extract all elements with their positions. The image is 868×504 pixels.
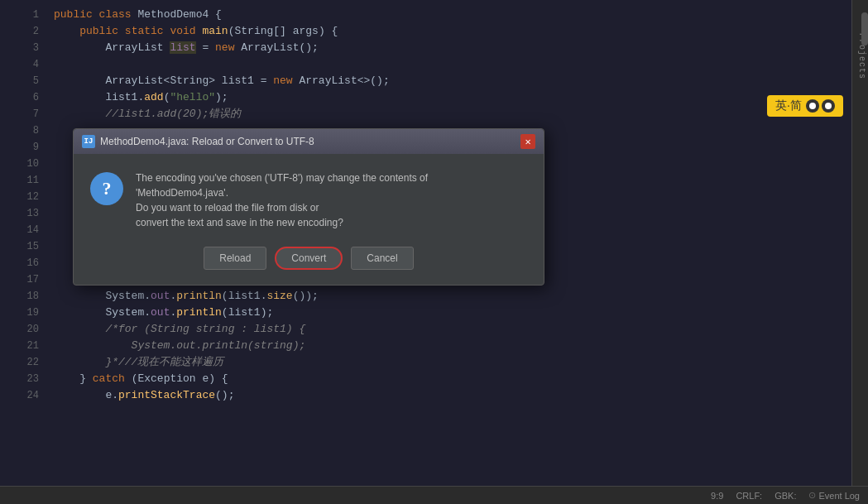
dialog-overlay: IJ MethodDemo4.java: Reload or Convert t… (0, 0, 868, 504)
dialog-body: ? The encoding you've chosen ('UTF-8') m… (74, 154, 544, 242)
dialog-title-left: IJ MethodDemo4.java: Reload or Convert t… (82, 135, 314, 148)
dialog-title-text: MethodDemo4.java: Reload or Convert to U… (100, 136, 314, 147)
reload-button[interactable]: Reload (204, 247, 266, 270)
dialog-titlebar: IJ MethodDemo4.java: Reload or Convert t… (74, 129, 544, 154)
convert-button[interactable]: Convert (275, 247, 343, 270)
cancel-button[interactable]: Cancel (351, 247, 413, 270)
dialog-box: IJ MethodDemo4.java: Reload or Convert t… (73, 128, 544, 286)
dialog-message-line4: convert the text and save in the new enc… (136, 215, 527, 230)
dialog-app-icon: IJ (82, 135, 95, 148)
dialog-message-line3: Do you want to reload the file from disk… (136, 200, 527, 215)
dialog-message-line1: The encoding you've chosen ('UTF-8') may… (136, 170, 527, 185)
dialog-question-icon: ? (90, 172, 123, 205)
dialog-close-button[interactable]: ✕ (520, 134, 535, 149)
dialog-message: The encoding you've chosen ('UTF-8') may… (136, 170, 527, 230)
dialog-message-line2: 'MethodDemo4.java'. (136, 185, 527, 200)
dialog-buttons: Reload Convert Cancel (74, 242, 544, 285)
